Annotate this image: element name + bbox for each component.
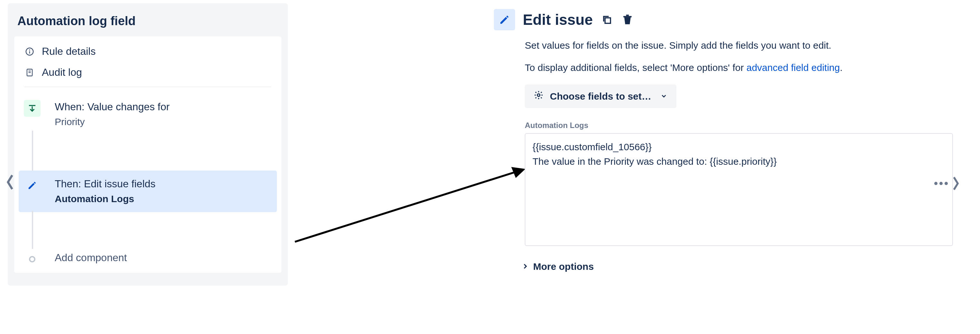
chevron-down-icon bbox=[660, 91, 667, 102]
chevron-right-icon bbox=[522, 261, 529, 272]
field-label: Automation Logs bbox=[525, 121, 954, 130]
copy-icon[interactable] bbox=[600, 13, 613, 26]
connector-line bbox=[19, 132, 277, 171]
svg-line-8 bbox=[295, 171, 519, 242]
svg-marker-11 bbox=[624, 18, 631, 24]
step-title: Add component bbox=[55, 251, 267, 265]
svg-point-14 bbox=[537, 94, 540, 96]
svg-point-1 bbox=[29, 50, 30, 51]
document-icon bbox=[24, 67, 35, 78]
connector-line bbox=[19, 212, 277, 248]
more-icon bbox=[934, 182, 948, 185]
more-options-toggle[interactable]: More options bbox=[522, 261, 954, 272]
edit-icon bbox=[24, 177, 41, 194]
delete-icon[interactable] bbox=[621, 13, 634, 26]
rule-trigger-step[interactable]: When: Value changes for Priority bbox=[19, 97, 277, 132]
edit-icon bbox=[494, 9, 515, 30]
rule-action-step[interactable]: Then: Edit issue fields Automation Logs bbox=[19, 171, 277, 212]
label: More options bbox=[533, 261, 593, 272]
text: To display additional fields, select 'Mo… bbox=[525, 62, 746, 73]
svg-rect-13 bbox=[626, 14, 629, 16]
step-title: When: Value changes for bbox=[55, 100, 267, 114]
advanced-field-editing-link[interactable]: advanced field editing bbox=[746, 62, 840, 73]
component-details: Edit issue Set values for fields on the … bbox=[494, 9, 954, 272]
svg-rect-12 bbox=[624, 16, 632, 18]
nav-label: Rule details bbox=[42, 45, 95, 58]
svg-rect-10 bbox=[605, 18, 611, 23]
info-icon bbox=[24, 46, 35, 57]
step-title: Then: Edit issue fields bbox=[55, 177, 267, 191]
svg-rect-2 bbox=[29, 51, 30, 54]
choose-fields-button[interactable]: Choose fields to set… bbox=[525, 85, 676, 108]
nav-rule-details[interactable]: Rule details bbox=[14, 41, 282, 62]
details-desc2: To display additional fields, select 'Mo… bbox=[525, 60, 954, 75]
add-dot-icon bbox=[24, 251, 41, 268]
button-label: Choose fields to set… bbox=[550, 91, 651, 102]
rule-sidebar: Automation log field Rule details Audit … bbox=[8, 3, 288, 286]
automation-logs-field[interactable] bbox=[525, 133, 953, 246]
expand-right-control[interactable] bbox=[934, 176, 961, 192]
details-title: Edit issue bbox=[523, 11, 593, 28]
nav-audit-log[interactable]: Audit log bbox=[14, 62, 282, 83]
step-sub: Priority bbox=[55, 115, 267, 129]
sidebar-inner: Rule details Audit log When: Value chang… bbox=[14, 37, 282, 273]
trigger-icon bbox=[24, 100, 41, 117]
nav-label: Audit log bbox=[42, 66, 82, 78]
add-component[interactable]: Add component bbox=[19, 248, 277, 268]
collapse-sidebar-button[interactable] bbox=[3, 171, 19, 193]
step-sub: Automation Logs bbox=[55, 192, 267, 206]
text: . bbox=[840, 62, 843, 73]
details-desc1: Set values for fields on the issue. Simp… bbox=[525, 38, 954, 53]
gear-icon bbox=[534, 90, 543, 102]
divider bbox=[24, 87, 271, 87]
sidebar-title: Automation log field bbox=[8, 3, 288, 37]
